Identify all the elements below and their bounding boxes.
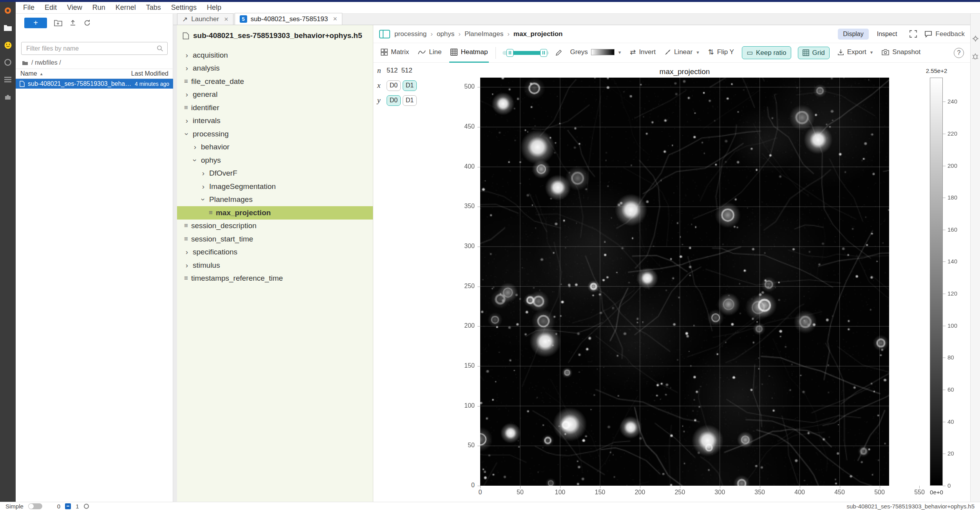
- colorbar-tick-mark: [943, 134, 946, 134]
- new-launcher-button[interactable]: +: [24, 18, 47, 28]
- tree-item-analysis[interactable]: ›analysis: [177, 62, 373, 75]
- feedback-label[interactable]: Feedback: [935, 30, 965, 38]
- domain-slider-max-handle[interactable]: [540, 49, 547, 57]
- tree-item-specifications[interactable]: ›specifications: [177, 246, 373, 259]
- file-breadcrumb[interactable]: / nwbfiles /: [22, 58, 61, 67]
- tree-item-ophys[interactable]: ›ophys: [177, 154, 373, 167]
- tree-item-max_projection[interactable]: ≡max_projection: [177, 206, 373, 220]
- menu-item-settings[interactable]: Settings: [166, 4, 202, 12]
- tree-item-label: session_start_time: [191, 235, 253, 243]
- edit-domain-icon[interactable]: [555, 49, 562, 56]
- inspect-mode-button[interactable]: Inspect: [872, 29, 902, 40]
- simple-mode-label: Simple: [5, 503, 24, 510]
- tab-close-icon[interactable]: ×: [224, 15, 228, 24]
- tree-item-timestamps_reference_time[interactable]: ≡timestamps_reference_time: [177, 272, 373, 285]
- breadcrumb-path[interactable]: / nwbfiles /: [31, 59, 61, 66]
- menu-item-help[interactable]: Help: [202, 4, 226, 12]
- display-mode-button[interactable]: Display: [838, 29, 868, 40]
- tree-item-session_start_time[interactable]: ≡session_start_time: [177, 232, 373, 246]
- file-filter-input[interactable]: [25, 45, 157, 53]
- kernel-icon[interactable]: [84, 504, 89, 509]
- breadcrumb-segment[interactable]: processing: [394, 30, 427, 38]
- new-folder-icon[interactable]: [54, 20, 62, 26]
- tree-item-PlaneImages[interactable]: ›PlaneImages: [177, 193, 373, 207]
- colorbar[interactable]: [930, 78, 943, 486]
- refresh-icon[interactable]: [83, 19, 91, 27]
- tab-close-icon[interactable]: ×: [333, 15, 337, 23]
- simple-mode-toggle[interactable]: [28, 503, 42, 509]
- menu-item-edit[interactable]: Edit: [40, 4, 62, 12]
- running-sessions-icon[interactable]: [0, 71, 16, 88]
- heatmap-vis-button[interactable]: Heatmap: [449, 43, 489, 63]
- terminal-icon[interactable]: [65, 503, 71, 509]
- domain-slider-min-handle[interactable]: [506, 49, 514, 57]
- y-tick-mark: [477, 406, 480, 407]
- grid-toggle[interactable]: Grid: [798, 47, 830, 59]
- file-filter-box[interactable]: [21, 42, 168, 55]
- line-vis-button[interactable]: Line: [417, 43, 443, 63]
- tree-item-acquisition[interactable]: ›acquisition: [177, 49, 373, 62]
- x-tick-mark: [880, 486, 880, 488]
- flip-y-icon: ⇅: [708, 48, 714, 56]
- camera-icon: [882, 49, 889, 55]
- tree-item-processing[interactable]: ›processing: [177, 127, 373, 141]
- debugger-icon[interactable]: [972, 53, 978, 60]
- tree-item-identifier[interactable]: ≡identifier: [177, 101, 373, 114]
- y-tick-label: 300: [447, 243, 475, 250]
- breadcrumb-segment[interactable]: PlaneImages: [465, 30, 503, 38]
- breadcrumb-segment[interactable]: max_projection: [514, 30, 563, 38]
- help-button[interactable]: ?: [954, 48, 964, 58]
- colorbar-tick-mark: [943, 486, 946, 486]
- tree-item-session_description[interactable]: ≡session_description: [177, 220, 373, 233]
- heatmap-plot[interactable]: [480, 78, 889, 486]
- feedback-icon[interactable]: [924, 31, 932, 38]
- tree-item-file_create_date[interactable]: ≡file_create_date: [177, 75, 373, 88]
- dims-shape-1: 512: [401, 67, 412, 74]
- sort-asc-icon[interactable]: ▲: [40, 72, 43, 76]
- tree-item-behavior[interactable]: ›behavior: [177, 141, 373, 154]
- property-inspector-icon[interactable]: [972, 35, 979, 42]
- file-row[interactable]: sub-408021_ses-758519303_beha… 4 minutes…: [16, 79, 173, 89]
- tab-launcher[interactable]: ↗Launcher×: [177, 13, 233, 25]
- menu-item-view[interactable]: View: [62, 4, 87, 12]
- huggingface-icon[interactable]: [0, 36, 16, 54]
- heatmap-vis-body: n 512 512 x D0D1 y D0D1 max_projection: [373, 63, 970, 502]
- extension-manager-icon[interactable]: [0, 88, 16, 105]
- invert-colormap-button[interactable]: ⇄ Invert: [629, 43, 657, 63]
- x-dim-d0-button[interactable]: D0: [387, 80, 401, 91]
- terminals-count: 0: [57, 503, 60, 510]
- breadcrumb-segment[interactable]: ophys: [437, 30, 454, 38]
- flip-y-button[interactable]: ⇅ Flip Y: [707, 43, 735, 63]
- export-button[interactable]: Export ▾: [836, 43, 874, 63]
- snapshot-button[interactable]: Snapshot: [881, 43, 922, 63]
- y-dim-d0-button[interactable]: D0: [387, 95, 401, 106]
- tree-item-DfOverF[interactable]: ›DfOverF: [177, 167, 373, 180]
- app-logo-icon: [0, 2, 16, 19]
- tab-label: sub-408021_ses-7585193: [251, 15, 328, 23]
- chevron-down-icon: ›: [183, 131, 191, 137]
- extension-circle-icon[interactable]: [0, 54, 16, 71]
- column-name[interactable]: Name: [20, 70, 37, 77]
- menu-item-file[interactable]: File: [18, 4, 40, 12]
- tree-item-ImageSegmentation[interactable]: ›ImageSegmentation: [177, 180, 373, 193]
- x-dim-d1-button[interactable]: D1: [403, 80, 417, 91]
- menu-item-kernel[interactable]: Kernel: [110, 4, 141, 12]
- y-dim-d1-button[interactable]: D1: [403, 95, 417, 106]
- domain-slider[interactable]: [503, 51, 549, 55]
- column-last-modified[interactable]: Last Modified: [131, 70, 168, 77]
- fullscreen-icon[interactable]: [909, 30, 917, 38]
- y-tick-label: 150: [447, 362, 475, 369]
- colormap-selector[interactable]: Greys ▾: [569, 43, 622, 63]
- tab-sub-408021-ses-7585193[interactable]: 5sub-408021_ses-7585193×: [235, 13, 342, 25]
- file-browser-icon[interactable]: [0, 19, 16, 36]
- keep-ratio-toggle[interactable]: ▭ Keep ratio: [742, 46, 791, 59]
- matrix-vis-button[interactable]: Matrix: [380, 43, 410, 63]
- menu-item-run[interactable]: Run: [87, 4, 110, 12]
- tree-item-stimulus[interactable]: ›stimulus: [177, 259, 373, 272]
- sidebar-toggle-icon[interactable]: [379, 29, 391, 39]
- scale-selector[interactable]: Linear ▾: [664, 43, 700, 63]
- tree-item-intervals[interactable]: ›intervals: [177, 114, 373, 128]
- tree-item-general[interactable]: ›general: [177, 88, 373, 102]
- upload-icon[interactable]: [69, 19, 76, 26]
- menu-item-tabs[interactable]: Tabs: [141, 4, 166, 12]
